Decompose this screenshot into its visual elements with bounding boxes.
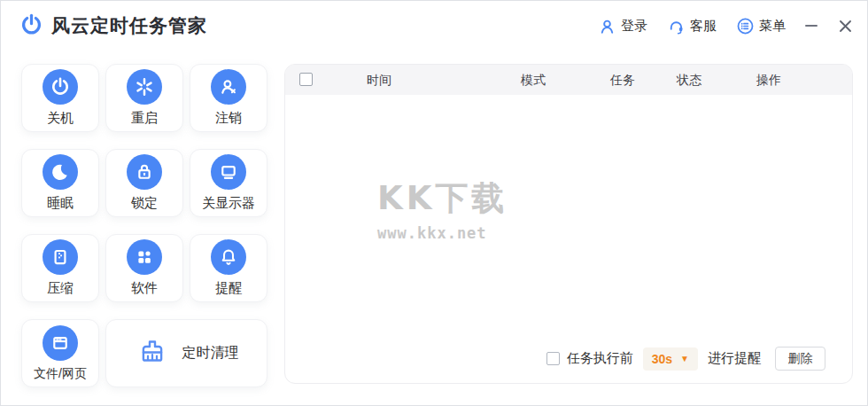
lock-icon <box>127 154 162 190</box>
app-logo-power-icon <box>19 12 44 38</box>
app-window: 风云定时任务管家 登录 客服 <box>0 0 868 406</box>
close-button[interactable] <box>837 15 853 36</box>
login-label: 登录 <box>621 18 647 35</box>
chevron-down-icon: ▼ <box>680 354 689 363</box>
monitor-icon <box>211 154 246 190</box>
user-icon <box>598 17 616 35</box>
apps-grid-icon <box>127 239 162 275</box>
delete-button[interactable]: 删除 <box>775 347 825 371</box>
watermark: KK下载 www.kkx.net <box>377 176 508 242</box>
sidebar-item-label: 软件 <box>131 280 158 297</box>
task-panel: 时间 模式 任务 状态 操作 KK下载 www.kkx.net 任务执行前 30… <box>284 64 853 384</box>
column-status: 状态 <box>677 65 701 95</box>
sidebar-item-label: 锁定 <box>131 195 158 212</box>
sidebar-item-compress[interactable]: 压缩 <box>21 234 99 302</box>
sidebar-item-label: 注销 <box>215 110 242 127</box>
sidebar-item-software[interactable]: 软件 <box>105 234 183 302</box>
sidebar-item-restart[interactable]: 重启 <box>105 64 183 132</box>
app-title: 风云定时任务管家 <box>51 1 207 51</box>
browser-icon <box>43 325 78 361</box>
remind-before-label: 任务执行前 <box>567 350 633 367</box>
sidebar-item-shutdown[interactable]: 关机 <box>21 64 99 132</box>
sidebar-item-logout[interactable]: 注销 <box>190 64 267 132</box>
sidebar-item-label: 文件/网页 <box>34 366 87 382</box>
power-icon <box>43 69 78 105</box>
menu-button[interactable]: 菜单 <box>736 17 786 35</box>
sidebar-item-file-web[interactable]: 文件/网页 <box>21 319 99 387</box>
customer-service-button[interactable]: 客服 <box>667 17 717 35</box>
interval-dropdown[interactable]: 30s ▼ <box>643 347 698 371</box>
column-operation: 操作 <box>756 65 781 95</box>
headset-icon <box>667 17 686 35</box>
sidebar-item-label: 关机 <box>47 110 74 127</box>
column-task: 任务 <box>610 65 635 95</box>
sidebar-item-label: 提醒 <box>215 280 242 297</box>
sidebar-item-label: 关显示器 <box>202 195 255 212</box>
menu-label: 菜单 <box>759 18 786 35</box>
menu-list-icon <box>736 17 755 35</box>
sidebar-item-sleep[interactable]: 睡眠 <box>21 149 99 217</box>
bell-icon <box>211 239 246 275</box>
select-all-checkbox[interactable] <box>299 73 313 86</box>
login-button[interactable]: 登录 <box>598 17 647 35</box>
remind-after-label: 进行提醒 <box>708 350 761 367</box>
table-header: 时间 模式 任务 状态 操作 <box>285 65 852 95</box>
remind-before-checkbox[interactable] <box>546 352 560 365</box>
titlebar: 风云定时任务管家 登录 客服 <box>1 1 867 51</box>
minimize-button[interactable] <box>803 15 819 36</box>
interval-value: 30s <box>652 352 672 366</box>
sidebar-item-label: 定时清理 <box>182 344 239 363</box>
moon-icon <box>43 154 78 190</box>
customer-service-label: 客服 <box>690 18 717 35</box>
column-time: 时间 <box>367 65 391 95</box>
sidebar-item-lock[interactable]: 锁定 <box>105 149 183 217</box>
logout-user-icon <box>211 69 246 105</box>
watermark-title: KK下载 <box>377 176 508 221</box>
sidebar-item-label: 睡眠 <box>47 195 74 212</box>
sidebar-item-label: 重启 <box>131 110 158 127</box>
column-mode: 模式 <box>521 65 546 95</box>
sidebar-item-reminder[interactable]: 提醒 <box>190 234 267 302</box>
panel-footer: 任务执行前 30s ▼ 进行提醒 删除 <box>546 347 825 371</box>
sidebar-item-monitor-off[interactable]: 关显示器 <box>190 149 267 217</box>
sidebar-item-timed-cleanup[interactable]: 定时清理 <box>105 319 267 387</box>
sidebar: 关机 重启 注销 <box>21 64 269 387</box>
zip-file-icon <box>43 239 78 275</box>
minimize-icon <box>805 25 818 27</box>
close-icon <box>839 20 852 33</box>
broom-icon <box>135 336 170 371</box>
watermark-url: www.kkx.net <box>377 224 508 242</box>
sidebar-item-label: 压缩 <box>47 280 74 297</box>
restart-icon <box>127 69 162 105</box>
